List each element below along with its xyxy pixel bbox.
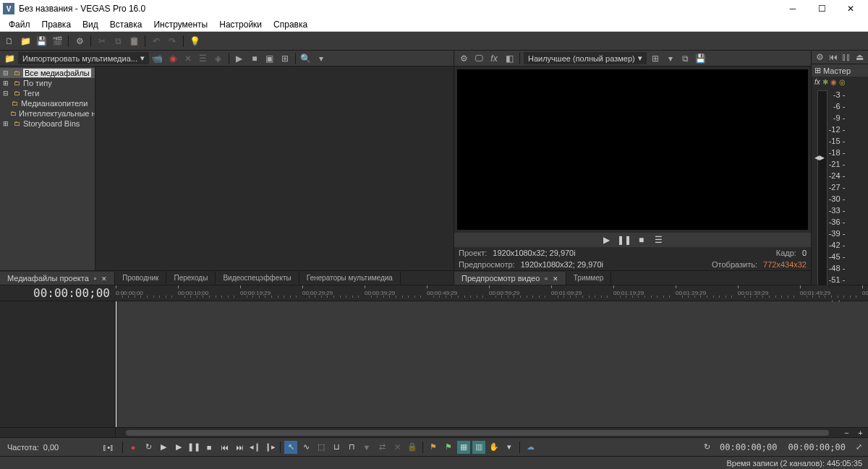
chevron-down-icon[interactable]: ▾	[503, 441, 516, 454]
tree-item-by-type[interactable]: ⊞ 🗀 По типу	[0, 78, 95, 88]
chevron-down-icon[interactable]: ▾	[315, 52, 328, 65]
menu-insert[interactable]: Вставка	[104, 18, 148, 31]
fader-handle[interactable]: ◀▶	[814, 154, 825, 161]
tab-trimmer[interactable]: Триммер	[566, 272, 612, 284]
marker-icon[interactable]: ▼	[360, 441, 373, 454]
menu-file[interactable]: Файл	[3, 18, 36, 31]
prev-icon[interactable]: ⏮	[827, 51, 838, 64]
tab-media-generators[interactable]: Генераторы мультимедиа	[299, 272, 401, 284]
close-button[interactable]: ✕	[836, 0, 865, 17]
view-mode-icon[interactable]: ⊞	[278, 52, 292, 65]
stop-icon[interactable]: ■	[248, 52, 261, 65]
tree-item-tags[interactable]: ⊟ 🗀 Теги	[0, 88, 95, 98]
save-frame-icon[interactable]: 💾	[694, 52, 707, 65]
media-fx-icon[interactable]: ◈	[212, 52, 225, 65]
properties-icon[interactable]: ⚙	[457, 52, 470, 65]
get-media-icon[interactable]: ◉	[166, 52, 179, 65]
folder-icon[interactable]: 📁	[3, 52, 16, 65]
next-frame-icon[interactable]: ❙▸	[263, 441, 276, 454]
tab-project-media[interactable]: Медиафайлы проекта ▫ ✕	[0, 272, 115, 285]
scrollbar-thumb[interactable]	[126, 430, 829, 436]
expand-icon[interactable]: ⊞	[1, 119, 10, 128]
capture-icon[interactable]: 📹	[151, 52, 164, 65]
dim-icon[interactable]: ⏏	[854, 51, 865, 64]
timecode-duration[interactable]: 00:00:00;00	[784, 442, 850, 452]
fx-icon[interactable]: fx	[814, 78, 820, 86]
remove-icon[interactable]: ✕	[182, 52, 195, 65]
stop-icon[interactable]: ■	[635, 233, 648, 246]
open-icon[interactable]: 📁	[19, 35, 32, 48]
menu-edit[interactable]: Правка	[36, 18, 77, 31]
close-tab-icon[interactable]: ✕	[101, 275, 107, 283]
undock-icon[interactable]: ▫	[94, 274, 97, 283]
preview-quality-dropdown[interactable]: Наилучшее (полный размер) ▾	[524, 52, 647, 64]
record-icon[interactable]: ●	[127, 441, 140, 454]
region-icon[interactable]: ⚑	[442, 441, 455, 454]
lock-icon[interactable]: 🔒	[406, 441, 419, 454]
expand-icon[interactable]: ⊞	[1, 79, 10, 87]
play-icon[interactable]: ▶	[233, 52, 246, 65]
split-screen-icon[interactable]: ◧	[503, 52, 516, 65]
timecode-display[interactable]: 00:00:00;00	[0, 285, 116, 301]
chevron-down-icon[interactable]: ▾	[664, 52, 677, 65]
paste-icon[interactable]: 📋	[127, 35, 140, 48]
stop-icon[interactable]: ■	[203, 441, 216, 454]
undock-icon[interactable]: ▫	[545, 274, 548, 283]
redo-icon[interactable]: ↷	[166, 35, 179, 48]
horizontal-scrollbar[interactable]	[116, 428, 839, 437]
menu-icon[interactable]: ☰	[652, 233, 665, 246]
menu-view[interactable]: Вид	[77, 18, 104, 31]
menu-help[interactable]: Справка	[268, 18, 313, 31]
save-icon[interactable]: 💾	[35, 35, 48, 48]
track-area[interactable]	[116, 301, 868, 427]
overlay1-icon[interactable]: ▦	[457, 441, 470, 454]
collapse-icon[interactable]: ⊟	[1, 69, 10, 77]
minimize-button[interactable]: ─	[778, 0, 807, 17]
autocrossfade-icon[interactable]: ⤫	[391, 441, 404, 454]
overlay2-icon[interactable]: ▥	[472, 441, 485, 454]
timecode-end[interactable]: 00:00:00;00	[715, 442, 781, 452]
search-icon[interactable]: 🔍	[299, 52, 312, 65]
play-start-icon[interactable]: ▶	[157, 441, 170, 454]
select-tool-icon[interactable]: ⬚	[315, 441, 328, 454]
uploads-icon[interactable]: ☁	[524, 441, 537, 454]
tree-item-media-drives[interactable]: 🗀 Медианакопители	[0, 98, 95, 108]
track-header-area[interactable]	[0, 301, 116, 427]
play-icon[interactable]: ▶	[600, 233, 613, 246]
properties-icon[interactable]: ⚙	[73, 35, 86, 48]
tab-video-preview[interactable]: Предпросмотр видео ▫ ✕	[454, 272, 566, 285]
media-props-icon[interactable]: ☰	[197, 52, 210, 65]
prev-frame-icon[interactable]: ◂❙	[248, 441, 261, 454]
pause-icon[interactable]: ❚❚	[187, 441, 200, 454]
media-content-area[interactable]	[95, 66, 454, 270]
grid-icon[interactable]: ⊞	[649, 52, 662, 65]
snap-icon[interactable]: ⊔	[330, 441, 343, 454]
loop-indicator-icon[interactable]: ↻	[700, 441, 713, 454]
solo-icon[interactable]: ◎	[839, 78, 846, 86]
tree-item-all-media[interactable]: ⊟ 🗀 Все медиафайлы	[0, 68, 95, 78]
video-fx-icon[interactable]: fx	[488, 52, 501, 65]
playhead[interactable]	[116, 301, 116, 427]
menu-options[interactable]: Настройки	[213, 18, 268, 31]
marker-flag-icon[interactable]: ⚑	[427, 441, 440, 454]
tab-video-fx[interactable]: Видеоспецэффекты	[216, 272, 299, 284]
render-icon[interactable]: 🎬	[51, 35, 64, 48]
go-start-icon[interactable]: ⏮	[218, 441, 231, 454]
timeline-ruler[interactable]: 0:00:00;0000:00:10;0000:00:19;2900:00:29…	[116, 285, 868, 301]
copy-frame-icon[interactable]: ⧉	[679, 52, 692, 65]
envelope-tool-icon[interactable]: ∿	[299, 441, 312, 454]
cut-icon[interactable]: ✂	[95, 35, 109, 48]
autoplay-icon[interactable]: ▣	[263, 52, 276, 65]
loop-icon[interactable]: ↻	[142, 441, 155, 454]
copy-icon[interactable]: ⧉	[111, 35, 124, 48]
new-project-icon[interactable]: 🗋	[3, 35, 16, 48]
rate-slider-icon[interactable]: ⫿•⫿	[103, 443, 114, 452]
normal-edit-tool-icon[interactable]: ↖	[284, 441, 297, 454]
pause-icon[interactable]: ❚❚	[618, 233, 631, 246]
expand-icon[interactable]: ⊞	[814, 66, 821, 75]
tab-explorer[interactable]: Проводник	[115, 272, 166, 284]
undo-icon[interactable]: ↶	[150, 35, 163, 48]
import-media-dropdown[interactable]: Импортировать мультимедиа... ▾	[18, 52, 149, 64]
faders-icon[interactable]: ⫿⫿	[841, 51, 852, 64]
tree-item-storyboard[interactable]: ⊞ 🗀 Storyboard Bins	[0, 119, 95, 129]
